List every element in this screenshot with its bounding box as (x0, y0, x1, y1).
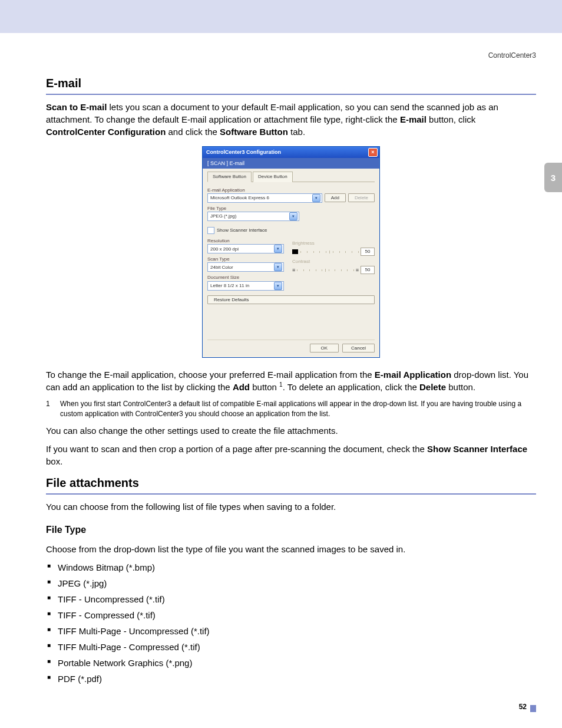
footnote-number: 1 (46, 399, 53, 419)
list-item: PDF (*.pdf) (46, 673, 536, 685)
dropdown-resolution-value: 200 x 200 dpi (210, 246, 239, 252)
label-file-type: File Type (207, 205, 375, 212)
dropdown-document-size-value: Letter 8 1/2 x 11 in (210, 282, 249, 289)
bold-show-scanner-interface: Show Scanner Interface (427, 444, 527, 454)
chapter-tab: 3 (544, 163, 562, 192)
label-scan-type: Scan Type (207, 256, 284, 262)
delete-button[interactable]: Delete (348, 193, 375, 202)
chevron-down-icon: ▾ (312, 194, 320, 202)
brightness-value: 50 (361, 248, 375, 256)
header-band (0, 0, 562, 33)
add-button[interactable]: Add (325, 193, 346, 202)
heading-email: E-mail (46, 75, 536, 95)
bold-software-button: Software Button (220, 127, 288, 137)
checkbox-show-scanner-interface[interactable]: Show Scanner Interface (207, 227, 375, 234)
list-item: TIFF Multi-Page - Compressed (*.tif) (46, 641, 536, 653)
chevron-down-icon: ▾ (274, 245, 282, 253)
footnote-text: When you first start ControlCenter3 a de… (60, 399, 536, 419)
dropdown-scan-type[interactable]: 24bit Color ▾ (207, 262, 284, 272)
restore-defaults-button[interactable]: Restore Defaults (207, 295, 375, 304)
paragraph-email-intro: Scan to E-mail lets you scan a document … (46, 101, 536, 138)
bold-controlcenter-config: ControlCenter Configuration (46, 127, 166, 137)
dropdown-email-application-value: Microsoft Outlook Express 6 (210, 195, 269, 201)
contrast-slider[interactable]: ≡ ≡ 50 (292, 266, 375, 274)
dialog-title: ControlCenter3 Configuration (206, 149, 281, 156)
list-item: TIFF - Compressed (*.tif) (46, 609, 536, 621)
bold-add: Add (233, 382, 250, 392)
checkbox-label: Show Scanner Interface (217, 227, 267, 233)
dialog-tabs: Software Button Device Button (207, 171, 375, 182)
footnote-1: 1 When you first start ControlCenter3 a … (46, 399, 536, 419)
paragraph-file-type-intro: Choose from the drop-down list the type … (46, 543, 536, 555)
paragraph-attach-intro: You can choose from the following list o… (46, 500, 536, 513)
subheading-file-type: File Type (46, 523, 536, 536)
dropdown-file-type-value: JPEG (*.jpg) (210, 213, 236, 219)
bold-delete: Delete (419, 382, 446, 392)
checkbox-icon (207, 227, 214, 234)
list-item: Windows Bitmap (*.bmp) (46, 561, 536, 574)
file-type-list: Windows Bitmap (*.bmp) JPEG (*.jpg) TIFF… (46, 561, 536, 685)
page-number: 52 (519, 702, 527, 712)
page-number-marker (530, 705, 536, 712)
chevron-down-icon: ▾ (274, 282, 282, 290)
list-item: Portable Network Graphics (*.png) (46, 657, 536, 669)
chevron-down-icon: ▾ (289, 212, 297, 220)
tab-device-button[interactable]: Device Button (253, 172, 293, 182)
dropdown-file-type[interactable]: JPEG (*.jpg) ▾ (207, 212, 299, 221)
label-contrast: Contrast (292, 258, 375, 265)
contrast-low-icon: ≡ (292, 266, 295, 274)
dialog-titlebar: ControlCenter3 Configuration × (203, 147, 379, 158)
close-icon[interactable]: × (368, 148, 378, 157)
paragraph-change-email-app: To change the E-mail application, choose… (46, 368, 536, 393)
paragraph-scanner-interface: If you want to scan and then crop a port… (46, 443, 536, 467)
brightness-indicator-icon (292, 249, 298, 254)
tab-software-button[interactable]: Software Button (207, 172, 252, 182)
contrast-high-icon: ≡ (356, 266, 358, 274)
bold-email-application: E-mail Application (375, 370, 451, 380)
dropdown-scan-type-value: 24bit Color (210, 264, 233, 271)
dropdown-email-application[interactable]: Microsoft Outlook Express 6 ▾ (207, 193, 322, 203)
bold-scan-to-email: Scan to E-mail (46, 102, 107, 112)
list-item: TIFF Multi-Page - Uncompressed (*.tif) (46, 625, 536, 637)
cancel-button[interactable]: Cancel (342, 344, 375, 353)
ok-button[interactable]: OK (310, 344, 339, 353)
config-dialog: ControlCenter3 Configuration × [ SCAN ] … (202, 146, 380, 358)
running-header: ControlCenter3 (46, 51, 536, 61)
contrast-value: 50 (361, 266, 375, 274)
dialog-breadcrumb: [ SCAN ] E-mail (203, 158, 379, 169)
heading-file-attachments: File attachments (46, 475, 536, 495)
dropdown-resolution[interactable]: 200 x 200 dpi ▾ (207, 244, 284, 253)
label-document-size: Document Size (207, 274, 284, 281)
label-brightness: Brightness (292, 240, 375, 246)
chevron-down-icon: ▾ (274, 263, 282, 271)
label-email-application: E-mail Application (207, 187, 375, 193)
list-item: JPEG (*.jpg) (46, 577, 536, 589)
label-resolution: Resolution (207, 238, 284, 244)
list-item: TIFF - Uncompressed (*.tif) (46, 593, 536, 605)
dropdown-document-size[interactable]: Letter 8 1/2 x 11 in ▾ (207, 281, 284, 291)
brightness-slider[interactable]: 50 (292, 248, 375, 256)
bold-email-button: E-mail (400, 114, 427, 124)
paragraph-other-settings: You can also change the other settings u… (46, 424, 536, 437)
